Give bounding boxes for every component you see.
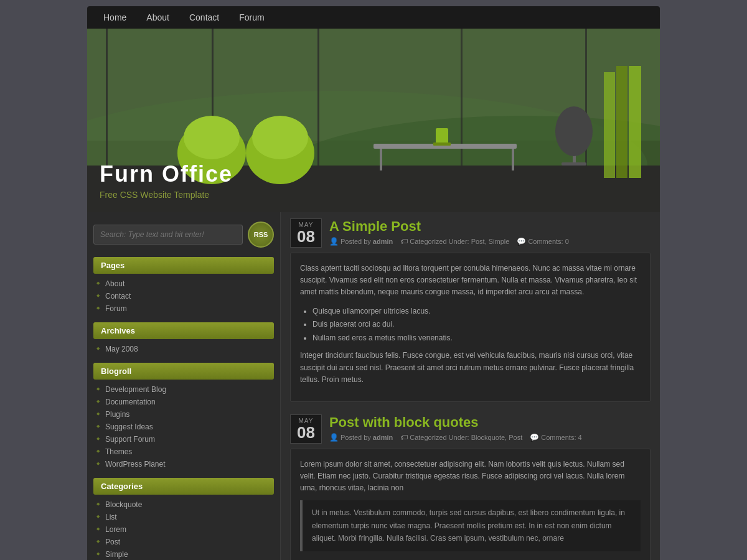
main-nav: Home About Contact Forum — [87, 6, 660, 29]
post-1-comments: 💬 Comments: 0 — [517, 237, 568, 246]
author-icon: 👤 — [329, 433, 339, 442]
post-1-content: Class aptent taciti sociosqu ad litora t… — [290, 253, 651, 402]
author-icon: 👤 — [329, 237, 339, 246]
hero-title: Furn Office — [100, 161, 233, 187]
post-2-day: 08 — [297, 424, 315, 441]
list-item: Duis placerat orci ac dui. — [312, 318, 641, 332]
post-2-categories: 🏷 Categorized Under: Blockquote, Post — [400, 433, 522, 442]
comment-icon: 💬 — [517, 237, 526, 246]
svg-point-14 — [184, 116, 240, 159]
content-area: MAY 08 A Simple Post 👤 Posted by admin 🏷 — [280, 212, 660, 560]
tag-icon: 🏷 — [400, 237, 408, 246]
nav-forum[interactable]: Forum — [229, 6, 274, 29]
blogroll-header: Blogroll — [93, 363, 274, 380]
list-item[interactable]: Lorem — [96, 523, 274, 536]
blogroll-list: Development Blog Documentation Plugins S… — [93, 383, 274, 470]
nav-contact[interactable]: Contact — [179, 6, 229, 29]
pages-section: Pages About Contact Forum — [93, 257, 274, 315]
list-item[interactable]: Blockquote — [96, 498, 274, 511]
list-item[interactable]: Forum — [96, 302, 274, 315]
categories-header: Categories — [93, 478, 274, 495]
post-1-para2: Integer tincidunt faucibus felis. Fusce … — [300, 350, 641, 386]
list-item[interactable]: Support Forum — [96, 433, 274, 446]
blogroll-section: Blogroll Development Blog Documentation … — [93, 363, 274, 470]
post-1-title[interactable]: A Simple Post — [329, 218, 421, 234]
post-2-meta: 👤 Posted by admin 🏷 Categorized Under: B… — [329, 433, 582, 442]
list-item[interactable]: List — [96, 511, 274, 523]
svg-rect-21 — [616, 66, 627, 178]
svg-rect-11 — [380, 149, 382, 170]
svg-rect-20 — [629, 66, 641, 178]
tag-icon: 🏷 — [400, 433, 408, 442]
main-layout: RSS Pages About Contact Forum Archives M… — [87, 212, 660, 560]
list-item[interactable]: WordPress Planet — [96, 458, 274, 470]
post-1-author: 👤 Posted by admin — [329, 237, 393, 246]
post-1-categories: 🏷 Categorized Under: Post, Simple — [400, 237, 509, 246]
nav-about[interactable]: About — [136, 6, 179, 29]
list-item: Quisque ullamcorper ultricies lacus. — [312, 305, 641, 319]
post-2-para2: Etiam lectus. Proin molestie. Nullam tin… — [300, 558, 641, 560]
list-item: Nullam sed eros a metus mollis venenatis… — [312, 332, 641, 345]
post-2-title-area: Post with block quotes 👤 Posted by admin… — [329, 414, 582, 442]
nav-home[interactable]: Home — [93, 6, 136, 29]
list-item[interactable]: Development Blog — [96, 383, 274, 396]
categories-list: Blockquote List Lorem Post Simple — [93, 498, 274, 560]
post-1-day: 08 — [297, 228, 315, 245]
list-item[interactable]: Post — [96, 536, 274, 548]
post-1-title-area: A Simple Post 👤 Posted by admin 🏷 Catego… — [329, 218, 569, 246]
post-2-comments: 💬 Comments: 4 — [530, 433, 581, 442]
post-2: MAY 08 Post with block quotes 👤 Posted b… — [290, 414, 651, 560]
rss-button[interactable]: RSS — [248, 222, 274, 248]
post-2-author: 👤 Posted by admin — [329, 433, 393, 442]
list-item[interactable]: About — [96, 278, 274, 290]
svg-point-16 — [252, 116, 308, 159]
list-item[interactable]: Suggest Ideas — [96, 421, 274, 433]
sidebar: RSS Pages About Contact Forum Archives M… — [87, 212, 280, 560]
svg-rect-12 — [512, 149, 514, 170]
search-input[interactable] — [93, 225, 243, 245]
list-item[interactable]: Themes — [96, 446, 274, 458]
list-item[interactable]: May 2008 — [96, 343, 274, 355]
post-1-date: MAY 08 — [290, 218, 322, 248]
post-2-date: MAY 08 — [290, 414, 322, 444]
search-rss-row: RSS — [93, 222, 274, 248]
post-1-list: Quisque ullamcorper ultricies lacus. Dui… — [312, 305, 641, 345]
archives-section: Archives May 2008 — [93, 322, 274, 355]
svg-point-18 — [555, 106, 593, 156]
archives-list: May 2008 — [93, 343, 274, 355]
post-1-meta: 👤 Posted by admin 🏷 Categorized Under: P… — [329, 237, 569, 246]
post-1: MAY 08 A Simple Post 👤 Posted by admin 🏷 — [290, 218, 651, 402]
archives-header: Archives — [93, 322, 274, 339]
post-2-header: MAY 08 Post with block quotes 👤 Posted b… — [290, 414, 651, 444]
svg-rect-24 — [433, 142, 451, 146]
hero-banner: Furn Office Free CSS Website Template — [87, 29, 660, 212]
post-2-title[interactable]: Post with block quotes — [329, 414, 479, 430]
list-item[interactable]: Documentation — [96, 396, 274, 408]
svg-rect-23 — [436, 128, 448, 144]
svg-rect-22 — [604, 72, 615, 178]
post-2-blockquote: Ut in metus. Vestibulum commodo, turpis … — [300, 500, 641, 551]
hero-subtitle: Free CSS Website Template — [100, 190, 233, 200]
post-2-content: Lorem ipsum dolor sit amet, consectetuer… — [290, 449, 651, 560]
post-1-para1: Class aptent taciti sociosqu ad litora t… — [300, 263, 641, 299]
post-1-header: MAY 08 A Simple Post 👤 Posted by admin 🏷 — [290, 218, 651, 248]
categories-section: Categories Blockquote List Lorem Post Si… — [93, 478, 274, 560]
pages-list: About Contact Forum — [93, 278, 274, 315]
svg-rect-19 — [561, 162, 586, 166]
post-2-para1: Lorem ipsum dolor sit amet, consectetuer… — [300, 459, 641, 495]
hero-overlay: Furn Office Free CSS Website Template — [100, 161, 233, 200]
list-item[interactable]: Contact — [96, 290, 274, 302]
list-item[interactable]: Plugins — [96, 408, 274, 421]
comment-icon: 💬 — [530, 433, 539, 442]
pages-header: Pages — [93, 257, 274, 274]
list-item[interactable]: Simple — [96, 548, 274, 560]
